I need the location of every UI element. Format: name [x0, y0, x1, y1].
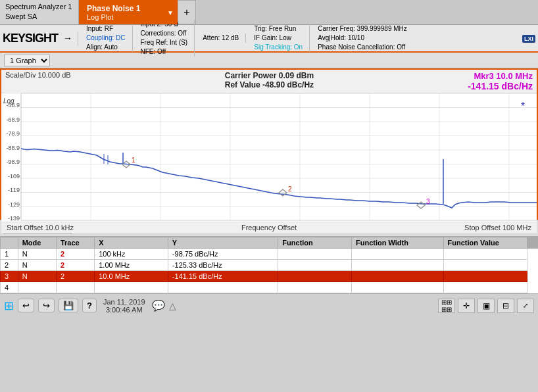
row-y: -98.75 dBc/Hz: [168, 249, 278, 260]
time-label: 3:00:46 AM: [103, 306, 145, 314]
row-y: -125.33 dBc/Hz: [168, 260, 278, 271]
tab-sub: Log Plot: [87, 13, 170, 21]
row-fn: [278, 282, 352, 293]
svg-text:-129: -129: [8, 201, 20, 208]
row-fn-val: [443, 260, 527, 271]
row-x: 1.00 MHz: [95, 260, 168, 271]
col-trace: Trace: [56, 237, 94, 249]
layout1-icon[interactable]: ▣: [477, 299, 495, 313]
marker-table-header: Mode Trace X Y Function Function Width F…: [1, 237, 538, 249]
svg-text:-78.9: -78.9: [6, 130, 20, 137]
input-group: Input: RF Coupling: DC Align: Auto: [86, 24, 132, 52]
grid-icon[interactable]: ⊞⊞⊞⊞: [438, 299, 455, 313]
layout2-icon[interactable]: ⊟: [497, 299, 514, 313]
col-mode: Mode: [18, 237, 56, 249]
row-mode: N: [18, 260, 56, 271]
svg-text:-139: -139: [8, 215, 20, 222]
windows-icon[interactable]: ⊞: [4, 299, 14, 313]
instrument-mode: Swept SA: [5, 12, 73, 22]
marker-row-2[interactable]: 2N21.00 MHz-125.33 dBc/Hz: [1, 260, 538, 271]
row-id: 4: [1, 282, 18, 293]
coupling-label: Coupling: DC: [86, 34, 125, 43]
col-x: X: [95, 237, 168, 249]
save-button[interactable]: 💾: [59, 299, 78, 312]
carrier-power: Carrier Power 0.09 dBm: [71, 71, 468, 80]
row-fn-width: [352, 249, 444, 260]
row-trace: [56, 282, 94, 293]
trig-label: Trig: Free Run: [254, 24, 303, 34]
col-num: [1, 237, 18, 249]
tab-name: Phase Noise 1: [87, 4, 170, 13]
row-trace: 2: [56, 249, 94, 260]
undo-button[interactable]: ↩: [18, 299, 34, 312]
svg-text:1: 1: [132, 157, 135, 164]
svg-text:-58.9: -58.9: [6, 102, 20, 109]
row-x: 10.0 MHz: [95, 271, 168, 282]
col-fn-width: Function Width: [352, 237, 444, 249]
graph-selector[interactable]: 1 Graph: [4, 55, 50, 66]
marker-row-1[interactable]: 1N2100 kHz-98.75 dBc/Hz: [1, 249, 538, 260]
stop-offset: Stop Offset 100 MHz: [464, 224, 531, 232]
graph-center-header: Carrier Power 0.09 dBm Ref Value -48.90 …: [71, 71, 468, 89]
scale-info: Scale/Div 10.000 dB: [5, 71, 71, 79]
help-button[interactable]: ?: [82, 299, 97, 312]
graph-footer: Start Offset 10.0 kHz Frequency Offset S…: [1, 222, 537, 233]
scale-div-label: Scale/Div 10.000 dB: [5, 71, 71, 79]
triangle-icon[interactable]: △: [169, 301, 176, 311]
svg-text:-88.9: -88.9: [6, 145, 20, 151]
corrections-label: Corrections: Off: [141, 29, 188, 38]
input-label: Input: RF: [86, 24, 125, 34]
marker-label: Mkr3 10.0 MHz: [468, 71, 533, 81]
active-tab[interactable]: Phase Noise 1 Log Plot: [79, 0, 178, 24]
carrier-freq: Carrier Freq: 399.999989 MHz: [318, 24, 407, 34]
row-x: [95, 282, 168, 293]
chat-icon[interactable]: 💬: [152, 299, 165, 312]
instrument-name: Spectrum Analyzer 1: [5, 2, 73, 12]
instrument-info: Spectrum Analyzer 1 Swept SA: [0, 0, 79, 24]
cursor-icon[interactable]: ✛: [458, 299, 475, 313]
graph-toolbar: 1 Graph: [0, 53, 538, 68]
svg-text:-98.9: -98.9: [6, 159, 20, 165]
row-id: 2: [1, 260, 18, 271]
date-label: Jan 11, 2019: [103, 298, 145, 306]
atten-group: Atten: 12 dB: [203, 34, 246, 43]
align-label: Align: Auto: [86, 43, 125, 52]
carrier-group: Carrier Freq: 399.999989 MHz Avg|Hold: 1…: [318, 24, 414, 52]
row-id: 3: [1, 271, 18, 282]
row-mode: N: [18, 271, 56, 282]
svg-text:3: 3: [426, 198, 430, 205]
col-fn-val: Function Value: [443, 237, 527, 249]
status-bar: ⊞ ↩ ↪ 💾 ? Jan 11, 2019 3:00:46 AM 💬 △ ⊞⊞…: [0, 293, 538, 317]
graph-svg: -58.9 -68.9 -78.9 -88.9 -98.9 -109 -119 …: [1, 93, 537, 222]
view-controls: ⊞⊞⊞⊞ ✛ ▣ ⊟ ⤢: [438, 299, 534, 313]
col-scroll: [527, 237, 538, 249]
row-mode: [18, 282, 56, 293]
keysight-logo: KEYSIGHT: [3, 32, 58, 45]
row-fn-val: [443, 282, 527, 293]
svg-rect-0: [21, 93, 537, 220]
nfe-label: NFE: Off: [141, 47, 188, 57]
svg-text:*: *: [521, 101, 525, 112]
svg-text:2: 2: [288, 185, 292, 193]
graph-area: Scale/Div 10.000 dB Carrier Power 0.09 d…: [0, 68, 538, 220]
row-fn-val: [443, 271, 527, 282]
trig-group: Trig: Free Run IF Gain: Low Sig Tracking…: [254, 24, 310, 52]
row-id: 1: [1, 249, 18, 260]
row-x: 100 kHz: [95, 249, 168, 260]
freq-offset-label: Frequency Offset: [241, 224, 297, 232]
svg-text:-119: -119: [8, 187, 20, 193]
lxi-badge: LXI: [522, 35, 535, 43]
keysight-arrow: →: [63, 33, 72, 43]
row-fn-val: [443, 249, 527, 260]
graph-plot: Log: [1, 93, 537, 222]
marker-row-3[interactable]: 3N210.0 MHz-141.15 dBc/Hz: [1, 271, 538, 282]
expand-icon[interactable]: ⤢: [517, 299, 534, 313]
inputz-group: Input Z: 50 Ω Corrections: Off Freq Ref:…: [141, 20, 195, 57]
row-y: -141.15 dBc/Hz: [168, 271, 278, 282]
redo-button[interactable]: ↪: [38, 299, 55, 312]
marker-row-4[interactable]: 4: [1, 282, 538, 293]
info-bar: KEYSIGHT → Input: RF Coupling: DC Align:…: [0, 25, 538, 53]
col-y: Y: [168, 237, 278, 249]
row-y: [168, 282, 278, 293]
graph-select-dropdown[interactable]: 1 Graph: [4, 55, 50, 66]
